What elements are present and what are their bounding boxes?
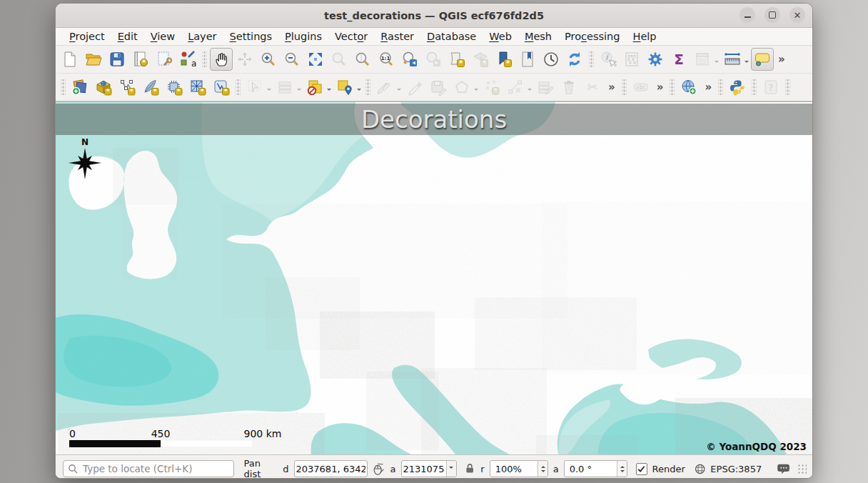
minimize-button[interactable] — [740, 7, 755, 23]
zoom-to-selection-button[interactable] — [328, 48, 350, 71]
new-virtual-layer-button[interactable]: * — [163, 76, 186, 99]
rotation-spin-buttons[interactable] — [617, 461, 627, 477]
menu-layer[interactable]: Layer — [181, 29, 223, 44]
vertex-tool-dropdown[interactable] — [528, 89, 532, 93]
zoom-full-button[interactable] — [304, 48, 327, 71]
deselect-features-button[interactable] — [303, 76, 326, 99]
title-bar[interactable]: test_decorations — QGIS ecf676fd2d5 ✕ — [56, 4, 812, 28]
pan-to-selection-button[interactable] — [233, 48, 256, 71]
add-polygon-dropdown[interactable] — [474, 89, 478, 93]
scale-input[interactable] — [402, 463, 446, 475]
select-features-button[interactable] — [243, 76, 266, 99]
zoom-native-button[interactable]: 1:1 — [375, 48, 398, 71]
menu-processing[interactable]: Processing — [558, 29, 626, 44]
measure-dropdown[interactable] — [745, 61, 749, 65]
open-project-button[interactable] — [82, 48, 105, 71]
attribute-table-dropdown[interactable] — [715, 61, 719, 65]
scale-dropdown[interactable] — [446, 461, 456, 477]
new-print-layout-button[interactable]: * — [129, 48, 152, 71]
magnifier-spinbox[interactable] — [490, 460, 548, 477]
identify-features-button[interactable]: i — [597, 48, 620, 71]
scale-combo[interactable] — [401, 460, 457, 477]
coordinate-box[interactable] — [294, 460, 368, 477]
magnifier-input[interactable] — [490, 463, 538, 475]
resize-grip[interactable] — [797, 464, 807, 474]
refresh-button[interactable] — [563, 48, 586, 71]
temporal-controller-button[interactable] — [540, 48, 562, 71]
style-manager-button[interactable]: a — [176, 48, 199, 71]
label-toolbar-button[interactable]: abc — [630, 76, 652, 99]
menu-database[interactable]: Database — [420, 29, 483, 44]
new-mesh-layer-button[interactable]: * — [186, 76, 209, 99]
toolbar-handle[interactable] — [785, 79, 790, 95]
data-source-manager-button[interactable] — [69, 76, 91, 99]
menu-web[interactable]: Web — [483, 29, 518, 44]
zoom-last-button[interactable] — [398, 48, 421, 71]
modify-attributes-button[interactable] — [534, 76, 557, 99]
current-edits-button[interactable] — [373, 76, 396, 99]
cut-features-button[interactable]: ✂ — [581, 76, 604, 99]
menu-project[interactable]: Project — [63, 29, 111, 44]
menu-raster[interactable]: Raster — [374, 29, 420, 44]
show-bookmarks-button[interactable] — [516, 48, 539, 71]
new-shapefile-layer-button[interactable]: * — [116, 76, 138, 99]
new-3d-map-view-button[interactable]: * — [469, 48, 492, 71]
zoom-in-button[interactable] — [257, 48, 280, 71]
crs-globe-icon[interactable] — [695, 463, 705, 475]
show-layout-manager-button[interactable] — [153, 48, 176, 71]
coordinate-display-toggle-icon[interactable] — [372, 462, 385, 476]
toolbar-overflow[interactable]: » — [653, 81, 667, 94]
new-project-button[interactable] — [59, 48, 81, 71]
toolbar-handle[interactable] — [622, 79, 627, 95]
save-project-button[interactable] — [106, 48, 128, 71]
attribute-table-button[interactable] — [691, 48, 714, 71]
new-map-view-button[interactable]: * — [445, 48, 468, 71]
processing-toolbox-button[interactable] — [644, 48, 667, 71]
toggle-editing-button[interactable] — [403, 76, 426, 99]
rotation-spinbox[interactable] — [564, 460, 627, 477]
rotation-input[interactable] — [565, 463, 617, 475]
zoom-next-button[interactable] — [422, 48, 445, 71]
magnifier-spin-buttons[interactable] — [538, 461, 547, 477]
new-spatialite-layer-button[interactable]: * — [139, 76, 162, 99]
select-by-location-button[interactable] — [333, 76, 356, 99]
toolbar-handle[interactable] — [236, 79, 241, 95]
toolbar-handle[interactable] — [589, 51, 594, 67]
deselect-features-dropdown[interactable] — [327, 89, 331, 93]
menu-vector[interactable]: Vector — [328, 29, 374, 44]
menu-plugins[interactable]: Plugins — [278, 29, 328, 44]
statistical-summary-button[interactable]: Σ — [667, 48, 690, 71]
new-geopackage-layer-button[interactable]: * — [92, 76, 115, 99]
crs-label[interactable]: EPSG:3857 — [710, 464, 762, 474]
messages-icon[interactable] — [777, 462, 790, 475]
locator-search[interactable] — [63, 460, 234, 477]
zoom-out-button[interactable] — [281, 48, 303, 71]
menu-edit[interactable]: Edit — [111, 29, 144, 44]
measure-line-button[interactable] — [721, 48, 744, 71]
new-spatial-bookmark-button[interactable]: * — [493, 48, 515, 71]
map-tips-button[interactable] — [751, 48, 774, 71]
current-edits-dropdown[interactable] — [397, 89, 401, 93]
lock-scale-icon[interactable] — [464, 462, 475, 475]
add-polygon-feature-button[interactable] — [450, 76, 473, 99]
menu-view[interactable]: View — [144, 29, 181, 44]
help-contents-button[interactable]: ? — [760, 76, 782, 99]
toolbar-handle[interactable] — [61, 79, 66, 95]
pan-map-button[interactable] — [210, 48, 233, 71]
field-calculator-button[interactable] — [620, 48, 643, 71]
menu-settings[interactable]: Settings — [223, 29, 279, 44]
toolbar-overflow[interactable]: » — [701, 81, 715, 94]
select-by-value-button[interactable] — [273, 76, 296, 99]
toolbar-overflow[interactable]: » — [605, 81, 619, 94]
delete-selected-button[interactable] — [557, 76, 580, 99]
toolbar-handle[interactable] — [365, 79, 370, 95]
new-temporary-scratch-layer-button[interactable]: * — [210, 76, 233, 99]
vertex-tool-button[interactable] — [504, 76, 527, 99]
toolbar-handle[interactable] — [202, 51, 207, 67]
menu-mesh[interactable]: Mesh — [518, 29, 558, 44]
toolbar-handle[interactable] — [670, 79, 675, 95]
toolbar-handle[interactable] — [718, 79, 723, 95]
coordinate-input[interactable] — [295, 463, 368, 475]
close-button[interactable]: ✕ — [789, 7, 805, 23]
toolbar-handle[interactable] — [752, 79, 757, 95]
